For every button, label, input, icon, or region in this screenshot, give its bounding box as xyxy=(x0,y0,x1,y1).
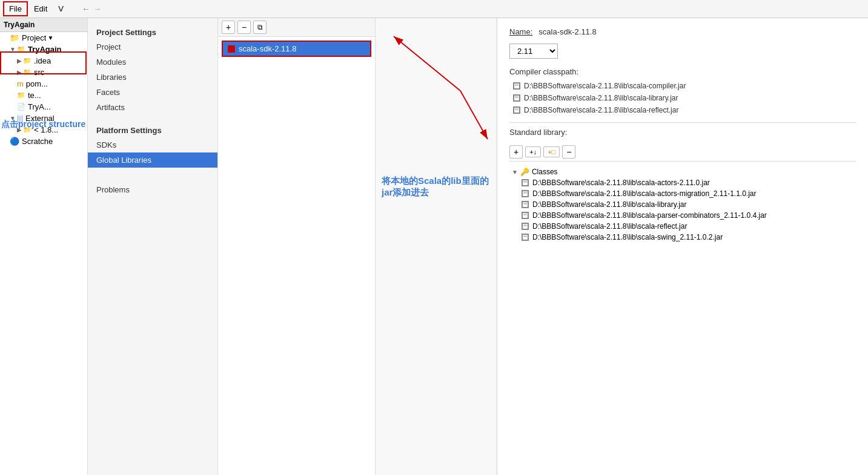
scratch-icon: 🔵 xyxy=(10,137,19,146)
expand-icon-src: ▶ xyxy=(17,69,22,76)
folder-icon-src: 📁 xyxy=(23,68,31,76)
tree-item-project[interactable]: 📁 Project ▼ xyxy=(0,32,87,44)
classes-jar-4 xyxy=(522,223,529,230)
name-row: Name: scala-sdk-2.11.8 xyxy=(509,27,856,36)
folder-icon-idea: 📁 xyxy=(23,57,31,65)
tree-item-external[interactable]: ▼ ||| External xyxy=(0,113,87,124)
jar-icon-2 xyxy=(513,106,520,114)
tree-item-idea[interactable]: ▶ 📁 .idea xyxy=(0,55,87,67)
settings-facets[interactable]: Facets xyxy=(88,85,217,100)
classes-tree-icon: 🔑 xyxy=(520,168,529,176)
tree-item-te[interactable]: 📁 te... xyxy=(0,90,87,101)
expand-icon-ext: ▼ xyxy=(10,115,16,122)
settings-modules[interactable]: Modules xyxy=(88,54,217,70)
tree-item-scratch[interactable]: 🔵 Scratche xyxy=(0,136,87,147)
name-value: scala-sdk-2.11.8 xyxy=(538,27,596,36)
sdk-list-panel: + − ⧉ scala-sdk-2.11.8 xyxy=(218,18,376,475)
menu-file[interactable]: File xyxy=(3,1,28,16)
arrow-svg xyxy=(376,18,497,260)
project-settings-title: Project Settings xyxy=(88,24,217,39)
sdk-item-scala[interactable]: scala-sdk-2.11.8 xyxy=(222,41,371,57)
version-select[interactable]: 2.11 xyxy=(509,44,558,59)
classes-label: Classes xyxy=(532,168,558,176)
project-tree-header: TryAgain xyxy=(0,18,87,32)
classes-header-row: ▼ 🔑 Classes xyxy=(509,166,856,177)
svg-line-2 xyxy=(460,91,488,139)
classpath-item-2: D:\BBBSoftware\scala-2.11.8\lib\scala-re… xyxy=(509,104,856,116)
tree-item-m[interactable]: m pom... xyxy=(0,78,87,90)
classes-item-2: D:\BBBSoftware\scala-2.11.8\lib\scala-li… xyxy=(509,199,856,210)
copy-sdk-btn[interactable]: ⧉ xyxy=(253,21,267,34)
std-lib-label: Standard library: xyxy=(509,122,856,139)
classes-item-5: D:\BBBSoftware\scala-2.11.8\lib\scala-sw… xyxy=(509,232,856,243)
menu-bar: File Edit V ← → xyxy=(0,0,868,18)
nav-forward-icon[interactable]: → xyxy=(93,4,101,13)
nav-back-icon[interactable]: ← xyxy=(82,4,90,13)
sdk-toolbar: + − ⧉ xyxy=(218,18,375,37)
classes-tree: ▼ 🔑 Classes D:\BBBSoftware\scala-2.11.8\… xyxy=(509,166,856,243)
module-icon-tryagain: 📄 xyxy=(17,103,25,111)
settings-libraries[interactable]: Libraries xyxy=(88,70,217,85)
folder-icon: 📁 xyxy=(10,33,19,42)
classpath-item-1: D:\BBBSoftware\scala-2.11.8\lib\scala-li… xyxy=(509,92,856,104)
platform-settings-title: Platform Settings xyxy=(88,122,217,137)
classes-jar-0 xyxy=(522,179,529,186)
sdk-icon xyxy=(228,45,235,53)
jar-icon-0 xyxy=(513,82,520,90)
dropdown-icon: ▼ xyxy=(47,34,53,41)
classes-item-3: D:\BBBSoftware\scala-2.11.8\lib\scala-pa… xyxy=(509,210,856,221)
settings-sdks[interactable]: SDKs xyxy=(88,137,217,152)
expand-icon: ▼ xyxy=(10,46,16,53)
compiler-classpath-label: Compiler classpath: xyxy=(509,67,856,76)
tree-item-tryagain2[interactable]: 📄 TryA... xyxy=(0,101,87,113)
classes-jar-5 xyxy=(522,234,529,241)
std-add-alt-btn[interactable]: +□ xyxy=(543,146,560,157)
menu-view[interactable]: V xyxy=(53,2,68,15)
settings-artifacts[interactable]: Artifacts xyxy=(88,100,217,115)
arrow-area: 将本地的Scala的lib里面的jar添加进去 xyxy=(376,18,497,475)
settings-global-libraries[interactable]: Global Libraries xyxy=(88,152,217,168)
classes-jar-2 xyxy=(522,201,529,208)
classes-jar-1 xyxy=(522,190,529,197)
std-add-nested-btn[interactable]: +↓ xyxy=(525,146,541,157)
folder-icon-2: 📁 xyxy=(17,45,25,53)
classes-item-4: D:\BBBSoftware\scala-2.11.8\lib\scala-re… xyxy=(509,221,856,232)
std-add-btn[interactable]: + xyxy=(509,145,523,159)
classes-item-1: D:\BBBSoftware\scala-2.11.8\lib\scala-ac… xyxy=(509,188,856,199)
settings-problems[interactable]: Problems xyxy=(88,182,217,197)
version-row: 2.11 xyxy=(509,44,856,59)
add-sdk-btn[interactable]: + xyxy=(222,21,235,34)
tree-item-src[interactable]: ▶ 📁 src xyxy=(0,67,87,78)
add-jar-annotation: 将本地的Scala的lib里面的jar添加进去 xyxy=(382,175,491,198)
sdk-item-label: scala-sdk-2.11.8 xyxy=(239,44,296,53)
remove-sdk-btn[interactable]: − xyxy=(237,21,251,34)
classpath-item-0: D:\BBBSoftware\scala-2.11.8\lib\scala-co… xyxy=(509,80,856,92)
std-toolbar: + +↓ +□ − xyxy=(509,143,856,162)
menu-edit[interactable]: Edit xyxy=(29,2,52,15)
std-remove-btn[interactable]: − xyxy=(562,145,575,159)
classes-item-0: D:\BBBSoftware\scala-2.11.8\lib\scala-ac… xyxy=(509,177,856,188)
classes-jar-3 xyxy=(522,212,529,219)
jar-icon-1 xyxy=(513,94,520,102)
tree-item-tryagain[interactable]: ▼ 📁 TryAgain xyxy=(0,44,87,55)
folder-icon-te: 📁 xyxy=(17,91,25,99)
folder-icon-jdk: 📁 xyxy=(23,126,31,134)
settings-panel: Project Settings Project Modules Librari… xyxy=(88,18,218,475)
tree-item-jdk[interactable]: ▶ 📁 < 1.8... xyxy=(0,124,87,136)
svg-line-1 xyxy=(394,36,460,91)
name-label: Name: xyxy=(509,27,532,36)
settings-project[interactable]: Project xyxy=(88,39,217,54)
detail-panel: Name: scala-sdk-2.11.8 2.11 Compiler cla… xyxy=(497,18,868,475)
expand-icon-jdk: ▶ xyxy=(17,126,22,133)
m-icon: m xyxy=(17,79,24,88)
classes-expand-icon: ▼ xyxy=(512,169,518,175)
expand-icon-idea: ▶ xyxy=(17,57,22,64)
external-icon: ||| xyxy=(17,114,23,123)
